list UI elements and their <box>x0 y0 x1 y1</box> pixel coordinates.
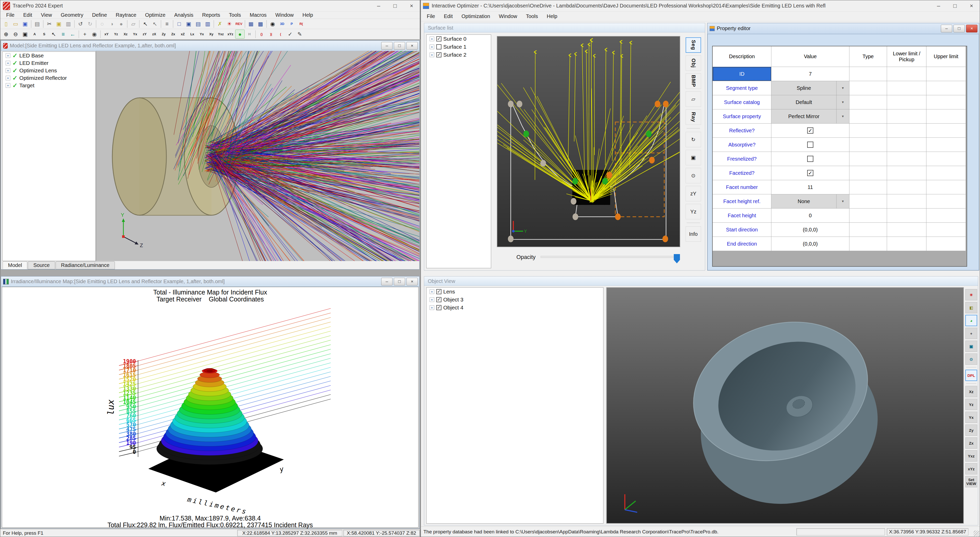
menu-item-file[interactable]: File <box>2 11 19 19</box>
bmp-button[interactable]: BMP <box>686 73 701 89</box>
property-row-segment-type[interactable]: Segment type <box>713 81 772 95</box>
model-minimize-button[interactable]: – <box>381 42 393 50</box>
print-icon[interactable]: ▤ <box>32 19 42 28</box>
optimizer-minimize-button[interactable]: – <box>930 0 947 11</box>
zoom-window-icon[interactable]: ▣ <box>686 150 701 165</box>
expand-icon[interactable]: + <box>430 289 434 294</box>
ray-sort-icon[interactable]: ≡ <box>59 30 68 39</box>
map-minimize-button[interactable]: – <box>381 278 393 286</box>
control-point-selected[interactable] <box>663 101 669 107</box>
source-rays-icon[interactable]: ☀ <box>965 289 977 300</box>
map-plot-area[interactable]: Total - Illuminance Map for Incident Flu… <box>2 287 418 528</box>
axis-zy-icon[interactable]: zY <box>686 186 701 201</box>
property-row-id[interactable]: ID <box>713 67 772 81</box>
model-close-button[interactable]: × <box>406 42 418 50</box>
check-surface-icon[interactable]: ✓ <box>285 30 295 39</box>
dropdown-arrow-icon[interactable]: ▼ <box>837 194 850 208</box>
save-icon[interactable]: ▣ <box>20 19 30 28</box>
property-value[interactable]: (0,0,0) <box>772 237 850 251</box>
open-folder-icon[interactable]: ▭ <box>11 19 20 28</box>
view-iso2-icon[interactable]: xYz <box>226 30 235 39</box>
zoom-window-icon[interactable]: ▣ <box>965 341 977 352</box>
window-new-icon[interactable]: □ <box>174 19 184 28</box>
opacity-slider-thumb[interactable] <box>674 254 680 263</box>
paste-icon[interactable]: ▥ <box>64 19 73 28</box>
window-cascade-icon[interactable]: ▣ <box>184 19 193 28</box>
menu-item-help[interactable]: Help <box>542 13 562 20</box>
view-yz-icon[interactable]: Yz <box>111 30 121 39</box>
property-value[interactable]: 7 <box>772 67 850 81</box>
property-row-facet-number[interactable]: Facet number <box>713 180 772 194</box>
view-xz-icon[interactable]: Xz <box>121 30 130 39</box>
model-tree-item-optimized-lens[interactable]: +✓Optimized Lens <box>3 67 95 74</box>
obj-button[interactable]: Obj <box>686 56 701 71</box>
menu-item-analysis[interactable]: Analysis <box>170 11 197 19</box>
tab-radiance-luminance[interactable]: Radiance/Luminance <box>56 261 115 269</box>
expand-icon[interactable]: + <box>6 68 10 73</box>
menu-item-file[interactable]: File <box>422 13 439 20</box>
profile-2d-viewport[interactable]: Y <box>497 36 680 247</box>
zoom-selection-icon[interactable]: S <box>40 30 49 39</box>
ray-back-icon[interactable]: ← <box>68 30 78 39</box>
visibility-checkbox[interactable]: ✓ <box>436 305 441 310</box>
menu-item-geometry[interactable]: Geometry <box>56 11 88 19</box>
control-point-selected[interactable] <box>649 157 655 164</box>
control-point-active[interactable] <box>523 130 529 137</box>
object-tree-item-lens[interactable]: +✓Lens <box>426 288 603 296</box>
ray-button[interactable]: Ray <box>686 110 701 125</box>
menu-item-optimize[interactable]: Optimize <box>141 11 170 19</box>
property-value-dropdown[interactable]: Perfect Mirror <box>772 110 837 124</box>
minimize-button[interactable]: – <box>371 0 387 11</box>
flux-table-icon[interactable]: ▦ <box>246 19 256 28</box>
resize-grip[interactable] <box>974 531 979 536</box>
dropdown-arrow-icon[interactable]: ▼ <box>837 81 850 95</box>
property-row-fresnelized-[interactable]: Fresnelized? <box>713 152 772 166</box>
orbit-sphere-icon[interactable]: ● <box>235 30 245 39</box>
view-3d-icon[interactable]: 3D <box>277 19 287 28</box>
visibility-checkbox[interactable]: ✓ <box>436 297 441 302</box>
tab-source[interactable]: Source <box>28 261 55 269</box>
lens-concave-icon[interactable]: ( <box>276 30 285 39</box>
set-view-button[interactable]: Set VIEW <box>965 476 977 487</box>
menu-item-define[interactable]: Define <box>88 11 111 19</box>
property-row-reflective-[interactable]: Reflective? <box>713 124 772 138</box>
sphere-wire-icon[interactable]: ◌ <box>97 19 107 28</box>
optimizer-titlebar[interactable]: Interactive Optimizer - C:\Users\djacobs… <box>421 0 980 11</box>
property-value-dropdown[interactable]: Spline <box>772 81 837 95</box>
surface-tree-item-surface-1[interactable]: +Surface 1 <box>426 43 491 51</box>
insert-rays-icon[interactable]: ✗ <box>215 19 224 28</box>
tracepro-titlebar[interactable]: TracePro 2024 Expert – □ × <box>0 0 420 11</box>
close-button[interactable]: × <box>403 0 420 11</box>
property-value-checkbox-cell[interactable] <box>772 138 850 152</box>
view-zx-icon[interactable]: Zx <box>965 437 977 449</box>
menu-item-edit[interactable]: Edit <box>439 13 457 20</box>
property-row-facet-height[interactable]: Facet height <box>713 208 772 223</box>
control-point-active[interactable] <box>572 178 578 184</box>
property-checkbox[interactable]: ✓ <box>807 170 813 176</box>
view-zx-icon[interactable]: zX <box>150 30 159 39</box>
map-restore-button[interactable]: □ <box>394 278 405 286</box>
property-checkbox[interactable] <box>807 156 813 162</box>
undo-icon[interactable]: ↺ <box>76 19 85 28</box>
polyline-icon[interactable]: P <box>287 19 296 28</box>
property-row-end-direction[interactable]: End direction <box>713 237 772 251</box>
rotate-axes-icon[interactable]: ↻ <box>686 132 701 147</box>
property-checkbox[interactable]: ✓ <box>807 127 813 133</box>
model-tree-item-target[interactable]: +✓Target <box>3 82 95 89</box>
model-tree-item-led-base[interactable]: +✓LED Base <box>3 52 95 59</box>
view-ly-icon[interactable]: Zy <box>159 30 169 39</box>
optimizer-maximize-button[interactable]: □ <box>947 0 963 11</box>
cut-icon[interactable]: ✂ <box>45 19 54 28</box>
model-tree-item-optimized-reflector[interactable]: +✓Optimized Reflector <box>3 74 95 82</box>
zoom-all-icon[interactable]: A <box>30 30 40 39</box>
visibility-checkbox[interactable] <box>436 44 441 49</box>
tile-horizontal-icon[interactable]: ▤ <box>193 19 203 28</box>
menu-item-view[interactable]: View <box>37 11 56 19</box>
model-tree-item-led-emitter[interactable]: +✓LED Emitter <box>3 59 95 67</box>
view-iso2-icon[interactable]: xYz <box>965 463 977 475</box>
map-close-button[interactable]: × <box>406 278 418 286</box>
info-button[interactable]: Info <box>686 226 701 242</box>
source-list-icon[interactable]: ≡ <box>162 19 172 28</box>
property-value-checkbox-cell[interactable] <box>772 152 850 166</box>
orbit-mouse-icon[interactable]: ◉ <box>90 30 99 39</box>
